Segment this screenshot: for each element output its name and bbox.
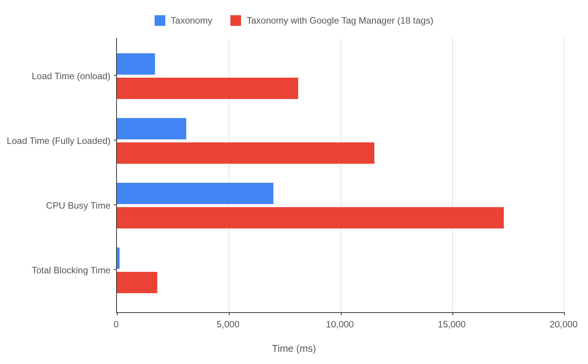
legend-label-series-0: Taxonomy <box>171 15 212 26</box>
y-tick <box>114 269 117 270</box>
x-tick-label: 0 <box>113 319 118 330</box>
y-category-label: CPU Busy Time <box>0 200 110 211</box>
x-tick <box>452 312 453 315</box>
legend-swatch-series-1 <box>230 15 241 26</box>
legend: Taxonomy Taxonomy with Google Tag Manage… <box>0 15 588 26</box>
y-category-label: Load Time (onload) <box>0 71 110 81</box>
y-category-label: Total Blocking Time <box>0 265 110 276</box>
x-tick <box>341 312 342 315</box>
bar-series-0 <box>117 118 186 139</box>
bar-series-1 <box>117 272 157 293</box>
legend-item-series-1: Taxonomy with Google Tag Manager (18 tag… <box>230 15 433 26</box>
legend-label-series-1: Taxonomy with Google Tag Manager (18 tag… <box>246 15 433 26</box>
legend-item-series-0: Taxonomy <box>155 15 212 26</box>
bar-series-0 <box>117 53 155 75</box>
x-tick-label: 20,000 <box>550 319 577 330</box>
x-axis-title: Time (ms) <box>0 343 588 354</box>
gridline <box>341 38 341 312</box>
gridline <box>452 38 453 312</box>
bar-series-1 <box>117 78 298 99</box>
bar-series-0 <box>117 247 120 269</box>
y-tick <box>114 140 117 140</box>
x-tick-label: 15,000 <box>438 319 466 330</box>
x-tick-label: 5,000 <box>217 319 240 330</box>
x-tick <box>229 312 230 315</box>
bar-series-1 <box>117 142 374 164</box>
y-tick <box>114 75 117 76</box>
bar-chart: Taxonomy Taxonomy with Google Tag Manage… <box>0 0 588 364</box>
bar-series-1 <box>117 207 504 228</box>
gridline <box>564 38 564 312</box>
x-tick-label: 10,000 <box>326 319 354 330</box>
x-tick <box>117 312 118 315</box>
bar-series-0 <box>117 183 273 204</box>
y-category-label: Load Time (Fully Loaded) <box>0 136 110 146</box>
x-tick <box>564 312 565 315</box>
plot-area <box>116 38 564 313</box>
y-tick <box>114 204 117 205</box>
legend-swatch-series-0 <box>155 15 165 26</box>
